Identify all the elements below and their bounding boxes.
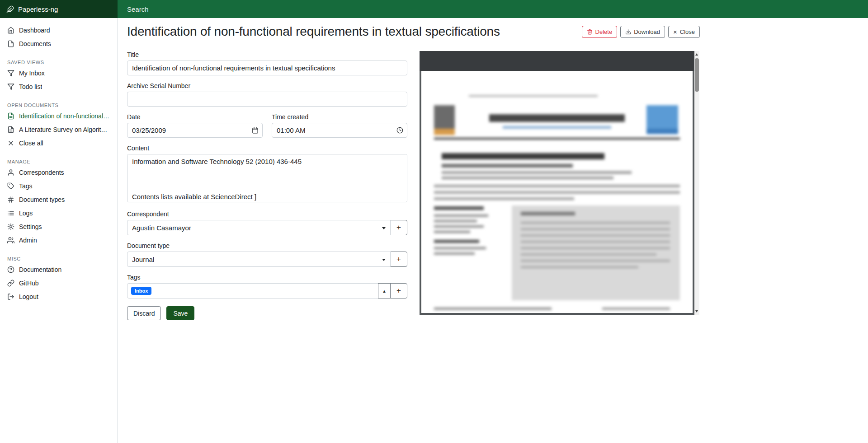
sidebar-item-document-types[interactable]: Document types: [0, 193, 117, 206]
document-edit-form: Title Archive Serial Number Date Time cr…: [127, 51, 407, 320]
gear-icon: [7, 223, 14, 230]
pdf-page: [421, 71, 693, 313]
sidebar-item-todo-list[interactable]: Todo list: [0, 80, 117, 93]
time-created-label: Time created: [272, 113, 407, 121]
sidebar-item-my-inbox[interactable]: My Inbox: [0, 66, 117, 80]
correspondent-select[interactable]: Agustin Casamayor: [127, 220, 391, 235]
content-field-label: Content: [127, 145, 407, 152]
download-icon: [625, 29, 631, 35]
sidebar-item-label: Todo list: [19, 83, 42, 90]
sidebar-item-label: Settings: [19, 223, 42, 230]
blur-bar: [434, 231, 470, 233]
sidebar-item-label: Close all: [19, 140, 43, 147]
delete-button[interactable]: Delete: [582, 26, 618, 38]
sidebar: Dashboard Documents SAVED VIEWS My Inbox…: [0, 18, 118, 443]
sidebar-item-logs[interactable]: Logs: [0, 206, 117, 220]
discard-button[interactable]: Discard: [127, 306, 161, 320]
blur-bar: [442, 164, 573, 168]
title-field-label: Title: [127, 51, 407, 58]
blur-bar: [521, 266, 638, 268]
blur-bar: [646, 129, 678, 134]
dashboard-icon: [7, 27, 14, 34]
blur-bar: [521, 241, 670, 243]
blur-bar: [521, 234, 670, 237]
blur-bar: [602, 308, 670, 310]
pdf-viewer-toolbar[interactable]: [420, 51, 694, 71]
pdf-scrollbar[interactable]: [694, 51, 699, 315]
sidebar-item-documents[interactable]: Documents: [0, 37, 117, 51]
hash-icon: [7, 196, 14, 203]
date-field[interactable]: [127, 123, 263, 138]
tags-dropdown-button[interactable]: ▴: [378, 283, 391, 298]
blur-bar: [521, 253, 656, 256]
document-type-field-label: Document type: [127, 242, 407, 249]
sidebar-item-label: A Literature Survey on Algorithms for Mu…: [19, 126, 110, 133]
blur-bar: [442, 177, 613, 179]
tag-badge-inbox[interactable]: Inbox: [131, 287, 151, 295]
sidebar-item-label: Correspondents: [19, 169, 64, 176]
sidebar-item-label: Tags: [19, 182, 33, 190]
app-brand[interactable]: Paperless-ng: [0, 0, 118, 18]
sidebar-item-label: My Inbox: [19, 70, 45, 77]
filter-icon: [7, 83, 14, 90]
blur-bar: [489, 114, 625, 122]
sidebar-item-label: Documentation: [19, 266, 61, 273]
sidebar-item-label: Admin: [19, 237, 37, 244]
save-button[interactable]: Save: [166, 306, 194, 320]
scroll-up-arrow-icon[interactable]: [695, 53, 698, 56]
sidebar-item-label: GitHub: [19, 280, 39, 287]
scroll-down-arrow-icon[interactable]: [695, 310, 698, 312]
document-type-select[interactable]: Journal: [127, 252, 391, 267]
sidebar-item-close-all[interactable]: Close all: [0, 136, 117, 150]
filter-icon: [7, 70, 14, 77]
sidebar-item-admin[interactable]: Admin: [0, 233, 117, 247]
tags-input[interactable]: Inbox: [127, 283, 378, 298]
main-content: Identification of non-functional require…: [118, 18, 868, 443]
close-button[interactable]: × Close: [668, 26, 700, 38]
sidebar-item-label: Dashboard: [19, 27, 50, 34]
document-actions: Delete Download × Close: [582, 26, 700, 38]
title-field[interactable]: [127, 61, 407, 75]
close-icon: [7, 140, 14, 147]
sidebar-item-github[interactable]: GitHub: [0, 276, 117, 290]
global-search-input[interactable]: [118, 5, 524, 13]
blur-bar: [434, 138, 680, 140]
sidebar-item-documentation[interactable]: Documentation: [0, 263, 117, 276]
pdf-blurred-page-content: [421, 71, 693, 313]
content-field[interactable]: Information and Software Technology 52 (…: [127, 154, 407, 202]
delete-button-label: Delete: [595, 28, 613, 35]
sidebar-open-document-1[interactable]: Identification of non-functional require…: [0, 109, 117, 123]
add-correspondent-button[interactable]: +: [390, 220, 407, 235]
sidebar-item-correspondents[interactable]: Correspondents: [0, 166, 117, 179]
chevron-down-icon: [382, 227, 386, 229]
time-created-field[interactable]: [272, 123, 407, 138]
app-brand-name: Paperless-ng: [18, 5, 58, 13]
sidebar-open-document-2[interactable]: A Literature Survey on Algorithms for Mu…: [0, 123, 117, 136]
add-document-type-button[interactable]: +: [390, 252, 407, 267]
archive-serial-number-field[interactable]: [127, 92, 407, 107]
sidebar-item-settings[interactable]: Settings: [0, 220, 117, 233]
sidebar-item-label: Document types: [19, 196, 65, 203]
sidebar-item-logout[interactable]: Logout: [0, 290, 117, 303]
blur-bar: [521, 228, 670, 230]
blur-bar: [434, 185, 680, 187]
sidebar-item-tags[interactable]: Tags: [0, 179, 117, 193]
blur-bar: [434, 206, 484, 210]
file-icon: [7, 40, 14, 47]
download-button[interactable]: Download: [620, 26, 665, 38]
user-icon: [7, 169, 14, 176]
chevron-down-icon: [382, 259, 386, 261]
pdf-scrollbar-thumb[interactable]: [695, 58, 699, 92]
blur-bar: [442, 153, 604, 159]
link-icon: [7, 280, 14, 287]
pdf-preview-pane: [420, 51, 699, 315]
users-icon: [7, 237, 14, 244]
help-circle-icon: [7, 266, 14, 273]
blur-bar: [434, 225, 484, 228]
sidebar-item-dashboard[interactable]: Dashboard: [0, 23, 117, 37]
blur-bar: [434, 220, 477, 222]
blur-bar: [434, 240, 479, 243]
blur-bar: [434, 191, 680, 194]
manage-header: MANAGE: [0, 159, 117, 165]
add-tag-button[interactable]: +: [390, 283, 407, 298]
